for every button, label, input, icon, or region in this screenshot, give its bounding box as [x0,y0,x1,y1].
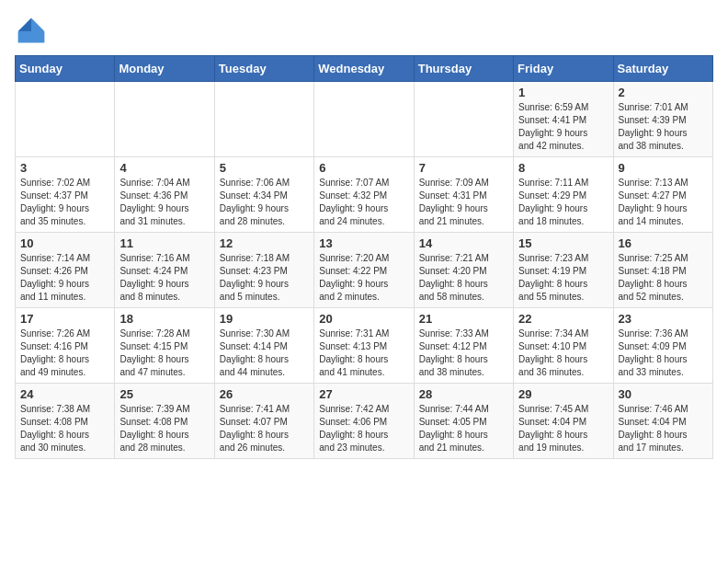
calendar-cell: 5Sunrise: 7:06 AM Sunset: 4:34 PM Daylig… [214,157,313,233]
day-info: Sunrise: 7:23 AM Sunset: 4:19 PM Dayligh… [518,252,608,304]
calendar-body: 1Sunrise: 6:59 AM Sunset: 4:41 PM Daylig… [16,82,713,459]
day-number: 7 [419,161,508,175]
day-info: Sunrise: 7:01 AM Sunset: 4:39 PM Dayligh… [619,101,708,153]
day-number: 28 [419,387,508,401]
calendar-week-row: 24Sunrise: 7:38 AM Sunset: 4:08 PM Dayli… [16,384,713,459]
calendar-cell: 28Sunrise: 7:44 AM Sunset: 4:05 PM Dayli… [414,384,513,459]
calendar-cell: 25Sunrise: 7:39 AM Sunset: 4:08 PM Dayli… [115,384,214,459]
day-info: Sunrise: 7:13 AM Sunset: 4:27 PM Dayligh… [619,177,708,228]
calendar-cell: 6Sunrise: 7:07 AM Sunset: 4:32 PM Daylig… [314,157,414,233]
day-number: 19 [220,312,309,326]
day-number: 6 [319,161,408,175]
calendar-cell: 2Sunrise: 7:01 AM Sunset: 4:39 PM Daylig… [613,82,712,157]
calendar-cell: 8Sunrise: 7:11 AM Sunset: 4:29 PM Daylig… [514,157,613,233]
calendar-cell: 13Sunrise: 7:20 AM Sunset: 4:22 PM Dayli… [314,233,414,308]
header-day: Thursday [414,56,513,82]
calendar-week-row: 10Sunrise: 7:14 AM Sunset: 4:26 PM Dayli… [16,233,713,308]
day-number: 27 [319,387,408,401]
day-info: Sunrise: 7:26 AM Sunset: 4:16 PM Dayligh… [20,327,109,379]
day-info: Sunrise: 7:18 AM Sunset: 4:23 PM Dayligh… [220,252,309,304]
calendar-cell: 11Sunrise: 7:16 AM Sunset: 4:24 PM Dayli… [115,233,214,308]
logo-icon [15,15,48,48]
day-info: Sunrise: 7:38 AM Sunset: 4:08 PM Dayligh… [20,403,109,454]
day-info: Sunrise: 7:34 AM Sunset: 4:10 PM Dayligh… [518,327,608,379]
day-number: 11 [119,236,209,250]
day-info: Sunrise: 7:04 AM Sunset: 4:36 PM Dayligh… [119,177,209,228]
svg-rect-2 [18,31,45,43]
day-number: 4 [119,161,209,175]
day-number: 24 [20,387,109,401]
day-number: 22 [518,312,608,326]
calendar-header: SundayMondayTuesdayWednesdayThursdayFrid… [16,56,713,82]
day-number: 30 [619,387,708,401]
calendar-cell [115,82,214,157]
header-row: SundayMondayTuesdayWednesdayThursdayFrid… [16,56,713,82]
header-day: Friday [514,56,613,82]
calendar-cell: 7Sunrise: 7:09 AM Sunset: 4:31 PM Daylig… [414,157,513,233]
day-info: Sunrise: 7:11 AM Sunset: 4:29 PM Dayligh… [518,177,608,228]
day-info: Sunrise: 7:02 AM Sunset: 4:37 PM Dayligh… [20,177,109,228]
svg-marker-0 [31,18,44,31]
calendar-week-row: 17Sunrise: 7:26 AM Sunset: 4:16 PM Dayli… [16,308,713,384]
day-info: Sunrise: 7:45 AM Sunset: 4:04 PM Dayligh… [518,403,608,454]
calendar-cell: 16Sunrise: 7:25 AM Sunset: 4:18 PM Dayli… [613,233,712,308]
day-info: Sunrise: 7:16 AM Sunset: 4:24 PM Dayligh… [119,252,209,304]
header-day: Monday [115,56,214,82]
day-number: 1 [518,86,608,99]
day-number: 13 [319,236,408,250]
day-number: 8 [518,161,608,175]
day-info: Sunrise: 7:42 AM Sunset: 4:06 PM Dayligh… [319,403,408,454]
calendar-cell: 19Sunrise: 7:30 AM Sunset: 4:14 PM Dayli… [214,308,313,384]
day-number: 17 [20,312,109,326]
calendar-cell: 20Sunrise: 7:31 AM Sunset: 4:13 PM Dayli… [314,308,414,384]
calendar-cell: 29Sunrise: 7:45 AM Sunset: 4:04 PM Dayli… [514,384,613,459]
day-info: Sunrise: 6:59 AM Sunset: 4:41 PM Dayligh… [518,101,608,153]
day-info: Sunrise: 7:06 AM Sunset: 4:34 PM Dayligh… [220,177,309,228]
header-day: Saturday [613,56,712,82]
day-info: Sunrise: 7:46 AM Sunset: 4:04 PM Dayligh… [619,403,708,454]
day-info: Sunrise: 7:31 AM Sunset: 4:13 PM Dayligh… [319,327,408,379]
calendar-cell: 30Sunrise: 7:46 AM Sunset: 4:04 PM Dayli… [613,384,712,459]
calendar-week-row: 3Sunrise: 7:02 AM Sunset: 4:37 PM Daylig… [16,157,713,233]
calendar-cell: 18Sunrise: 7:28 AM Sunset: 4:15 PM Dayli… [115,308,214,384]
calendar-cell [414,82,513,157]
day-info: Sunrise: 7:07 AM Sunset: 4:32 PM Dayligh… [319,177,408,228]
calendar-cell: 17Sunrise: 7:26 AM Sunset: 4:16 PM Dayli… [16,308,115,384]
calendar-week-row: 1Sunrise: 6:59 AM Sunset: 4:41 PM Daylig… [16,82,713,157]
day-info: Sunrise: 7:28 AM Sunset: 4:15 PM Dayligh… [119,327,209,379]
day-number: 18 [119,312,209,326]
day-number: 12 [220,236,309,250]
day-number: 16 [619,236,708,250]
day-number: 23 [619,312,708,326]
day-info: Sunrise: 7:33 AM Sunset: 4:12 PM Dayligh… [419,327,508,379]
calendar-cell [314,82,414,157]
day-info: Sunrise: 7:21 AM Sunset: 4:20 PM Dayligh… [419,252,508,304]
calendar-cell: 26Sunrise: 7:41 AM Sunset: 4:07 PM Dayli… [214,384,313,459]
header-day: Sunday [16,56,115,82]
calendar-cell: 14Sunrise: 7:21 AM Sunset: 4:20 PM Dayli… [414,233,513,308]
calendar-cell [16,82,115,157]
day-number: 9 [619,161,708,175]
logo [15,15,51,48]
day-info: Sunrise: 7:14 AM Sunset: 4:26 PM Dayligh… [20,252,109,304]
day-info: Sunrise: 7:20 AM Sunset: 4:22 PM Dayligh… [319,252,408,304]
calendar-cell: 12Sunrise: 7:18 AM Sunset: 4:23 PM Dayli… [214,233,313,308]
day-info: Sunrise: 7:41 AM Sunset: 4:07 PM Dayligh… [220,403,309,454]
page-header [15,15,713,48]
day-info: Sunrise: 7:36 AM Sunset: 4:09 PM Dayligh… [619,327,708,379]
calendar-cell: 27Sunrise: 7:42 AM Sunset: 4:06 PM Dayli… [314,384,414,459]
day-number: 15 [518,236,608,250]
calendar-cell [214,82,313,157]
calendar-cell: 10Sunrise: 7:14 AM Sunset: 4:26 PM Dayli… [16,233,115,308]
svg-marker-1 [18,18,31,31]
day-number: 25 [119,387,209,401]
day-number: 14 [419,236,508,250]
day-info: Sunrise: 7:25 AM Sunset: 4:18 PM Dayligh… [619,252,708,304]
day-number: 20 [319,312,408,326]
calendar-cell: 9Sunrise: 7:13 AM Sunset: 4:27 PM Daylig… [613,157,712,233]
day-number: 3 [20,161,109,175]
calendar-cell: 15Sunrise: 7:23 AM Sunset: 4:19 PM Dayli… [514,233,613,308]
calendar-cell: 22Sunrise: 7:34 AM Sunset: 4:10 PM Dayli… [514,308,613,384]
day-number: 2 [619,86,708,99]
day-info: Sunrise: 7:09 AM Sunset: 4:31 PM Dayligh… [419,177,508,228]
